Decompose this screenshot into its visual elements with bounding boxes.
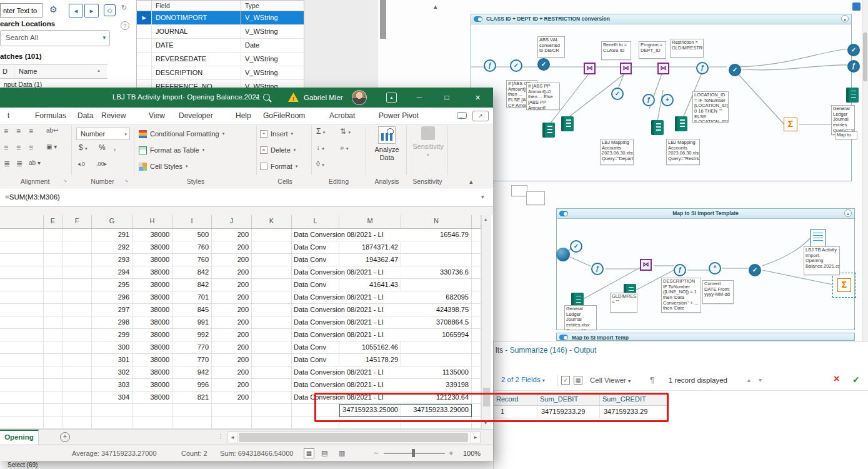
- sensitivity-button[interactable]: Sensitivity ▾: [410, 126, 446, 175]
- sheet-cell[interactable]: [401, 416, 472, 429]
- search-icon[interactable]: [263, 94, 270, 101]
- sheet-cell[interactable]: 38000: [132, 241, 172, 254]
- sheet-cell[interactable]: 38000: [132, 304, 172, 316]
- sheet-cell[interactable]: [62, 416, 92, 429]
- sheet-cell[interactable]: [252, 291, 292, 304]
- sheet-cell[interactable]: [0, 254, 44, 266]
- menu-tab-developer[interactable]: Developer: [179, 111, 213, 120]
- sheet-cell[interactable]: 760: [172, 254, 212, 266]
- sheet-cell[interactable]: 38000: [132, 366, 172, 379]
- sheet-cell[interactable]: [44, 329, 62, 341]
- sheet-cell[interactable]: 996: [172, 379, 212, 391]
- sheet-cell-description[interactable]: Data Conversion 08/2021 - LI: [292, 366, 401, 379]
- hscroll-right-button[interactable]: ▸: [471, 431, 481, 443]
- conditional-formatting-button[interactable]: Conditional Formatting▾: [139, 128, 224, 140]
- sheet-cell[interactable]: [44, 254, 62, 266]
- normal-view-button[interactable]: ▦: [304, 448, 314, 458]
- sheet-cell[interactable]: 770: [172, 354, 212, 366]
- column-header-H[interactable]: H: [132, 215, 172, 229]
- sheet-cell[interactable]: 291: [92, 229, 132, 241]
- tool-icon-unique[interactable]: ✓: [537, 58, 550, 71]
- number-dialog-launcher[interactable]: ↘: [124, 178, 128, 183]
- sheet-cell[interactable]: 200: [212, 254, 252, 266]
- cancel-icon[interactable]: ×: [834, 373, 839, 385]
- results-cell[interactable]: 347159233.29: [537, 406, 600, 418]
- wrap-text-icon[interactable]: ab↩: [46, 127, 59, 134]
- column-header-L[interactable]: L: [292, 215, 339, 229]
- sheet-cell[interactable]: [44, 341, 62, 354]
- sheet-cell[interactable]: [472, 404, 481, 416]
- hscroll-thumb[interactable]: [239, 433, 468, 442]
- results-column-header[interactable]: Sum_CREDIT: [600, 394, 669, 406]
- field-name-cell[interactable]: DONOTIMPORT: [152, 11, 241, 25]
- sheet-cell[interactable]: [252, 329, 292, 341]
- tool-icon-join[interactable]: ⋈: [620, 63, 632, 74]
- sheet-cell[interactable]: [472, 254, 481, 266]
- sheet-cell-description[interactable]: Data Conversion 08/2021 - LI: [292, 229, 401, 241]
- sheet-cell[interactable]: 821: [172, 391, 212, 404]
- tool-icon-input-data[interactable]: [846, 88, 859, 103]
- alignment-dialog-launcher[interactable]: ↘: [63, 178, 67, 183]
- sheet-tab-opening[interactable]: Opening: [0, 430, 39, 445]
- field-type-cell[interactable]: V_WString: [241, 11, 304, 25]
- sheet-cell[interactable]: 770: [172, 341, 212, 354]
- title-dropdown-icon[interactable]: ▾: [256, 95, 258, 101]
- annotation-map-to-si[interactable]: Map to SI Impo: [835, 131, 857, 139]
- sheet-cell[interactable]: 298: [92, 316, 132, 329]
- sheet-cell[interactable]: [62, 266, 92, 279]
- sheet-cell[interactable]: 701: [172, 291, 212, 304]
- sheet-cell[interactable]: 200: [212, 316, 252, 329]
- cell-viewer-dropdown[interactable]: Cell Viewer ▾: [590, 376, 631, 384]
- sheet-cell[interactable]: [132, 416, 172, 429]
- sheet-cell[interactable]: [0, 266, 44, 279]
- sheet-cell[interactable]: [472, 379, 481, 391]
- annotation-restriction[interactable]: Restriction = GLDIMRESTRICTION: [670, 39, 704, 58]
- sheet-cell[interactable]: [92, 404, 132, 416]
- sheet-cell[interactable]: [401, 279, 472, 291]
- forward-button[interactable]: ▸: [84, 4, 99, 18]
- scrollbar-thumb[interactable]: [863, 33, 867, 81]
- annotation-general-ledger[interactable]: General Ledger Journal entries Query="Jo…: [831, 105, 855, 135]
- annotation-program[interactable]: Program = DEPT_ID: [639, 41, 666, 59]
- sheet-cell[interactable]: 942: [172, 366, 212, 379]
- delete-cells-button[interactable]: ×Delete▾: [260, 144, 296, 156]
- sheet-cell[interactable]: 424398.75: [401, 304, 472, 316]
- sheet-cell[interactable]: [0, 354, 44, 366]
- sheet-cell[interactable]: [401, 254, 472, 266]
- column-header-G[interactable]: G: [92, 215, 132, 229]
- column-header-I[interactable]: I: [172, 215, 212, 229]
- tool-icon-select[interactable]: ✓: [570, 240, 582, 253]
- annotation-partial[interactable]: [511, 185, 527, 196]
- sheet-cell[interactable]: [252, 266, 292, 279]
- tool-icon-input-data[interactable]: [542, 123, 555, 138]
- sheet-cell[interactable]: 1874371.42: [339, 241, 401, 254]
- hscroll-left-button[interactable]: ◂: [227, 431, 237, 443]
- container-partial[interactable]: Map to SI Import Temp: [556, 333, 855, 341]
- sheet-cell[interactable]: 200: [212, 266, 252, 279]
- sheet-cell[interactable]: [472, 391, 481, 404]
- sheet-cell[interactable]: 200: [212, 366, 252, 379]
- zoom-in-button[interactable]: +: [449, 448, 454, 458]
- sheet-cell[interactable]: 845: [172, 304, 212, 316]
- sheet-cell[interactable]: [0, 391, 44, 404]
- sheet-cell[interactable]: 200: [212, 329, 252, 341]
- results-column-header[interactable]: Sum_DEBIT: [537, 394, 600, 406]
- sheet-cell[interactable]: [0, 341, 44, 354]
- sheet-cell[interactable]: [62, 304, 92, 316]
- sheet-cell[interactable]: 38000: [132, 354, 172, 366]
- panel-icon[interactable]: [852, 3, 861, 11]
- sheet-cell[interactable]: [0, 316, 44, 329]
- sheet-cell[interactable]: [0, 241, 44, 254]
- menu-tab-gofileroom[interactable]: GoFileRoom: [263, 111, 305, 120]
- align-right-icon[interactable]: ≡: [29, 143, 33, 152]
- sheet-cell[interactable]: 200: [212, 341, 252, 354]
- tool-icon-browse[interactable]: ✓: [847, 44, 860, 56]
- sheet-cell[interactable]: [44, 291, 62, 304]
- sheet-cell[interactable]: [0, 329, 44, 341]
- field-type-cell[interactable]: V_WString: [241, 25, 304, 39]
- sheet-cell[interactable]: [62, 404, 92, 416]
- tool-icon-input[interactable]: [556, 248, 570, 261]
- tool-icon-join[interactable]: ⋈: [584, 63, 596, 74]
- zoom-level[interactable]: 100%: [463, 450, 481, 457]
- annotation-benefit[interactable]: Benefit to = CLASS ID: [601, 41, 631, 60]
